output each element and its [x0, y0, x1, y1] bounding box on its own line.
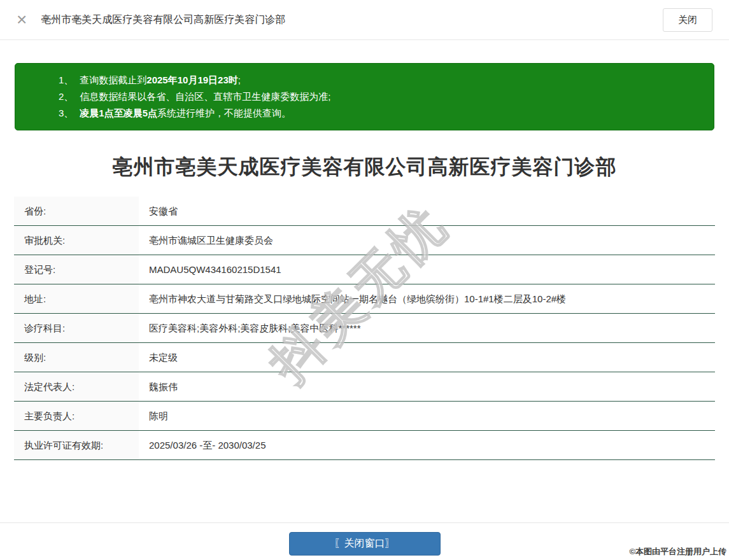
close-x-icon[interactable]: ×	[17, 11, 27, 29]
row-label: 地址:	[14, 284, 139, 314]
table-row: 主要负责人:陈明	[14, 402, 715, 431]
table-row: 级别:未定级	[14, 343, 715, 372]
row-value: 2025/03/26 -至- 2030/03/25	[139, 431, 715, 460]
row-label: 法定代表人:	[14, 372, 139, 402]
info-table-wrap: 省份:安徽省审批机关:亳州市谯城区卫生健康委员会登记号:MADAU5QW4341…	[14, 197, 715, 460]
row-value: 魏振伟	[139, 372, 715, 402]
table-row: 审批机关:亳州市谯城区卫生健康委员会	[14, 226, 715, 255]
notice-line: 2、信息数据结果以各省、自治区、直辖市卫生健康委数据为准;	[59, 88, 701, 105]
footer-bar: 〖关闭窗口〗	[0, 522, 729, 560]
row-value: 陈明	[139, 402, 715, 431]
notice-line: 3、凌晨1点至凌晨5点系统进行维护，不能提供查询。	[59, 105, 701, 122]
row-value: 亳州市谯城区卫生健康委员会	[139, 226, 715, 255]
row-label: 诊疗科目:	[14, 314, 139, 343]
page-title: 亳州市亳美天成医疗美容有限公司高新医疗美容门诊部	[0, 153, 729, 181]
notice-line: 1、查询数据截止到2025年10月19日23时;	[59, 72, 701, 88]
info-table-body: 省份:安徽省审批机关:亳州市谯城区卫生健康委员会登记号:MADAU5QW4341…	[14, 197, 715, 460]
row-label: 审批机关:	[14, 226, 139, 255]
row-value: 未定级	[139, 343, 715, 372]
table-row: 地址:亳州市神农大道与甘菊路交叉口绿地城际空间站一期名樾台（绿地缤纷街）10-1…	[14, 284, 715, 314]
row-value: 安徽省	[139, 197, 715, 226]
row-value: MADAU5QW434160215D1541	[139, 255, 715, 284]
window-title: 亳州市亳美天成医疗美容有限公司高新医疗美容门诊部	[41, 13, 663, 27]
row-label: 执业许可证有效期:	[14, 431, 139, 460]
table-row: 省份:安徽省	[14, 197, 715, 226]
copyright-note: ©本图由平台注册用户上传	[629, 546, 726, 557]
table-row: 登记号:MADAU5QW434160215D1541	[14, 255, 715, 284]
row-value: 医疗美容科;美容外科;美容皮肤科;美容中医科******	[139, 314, 715, 343]
top-bar: × 亳州市亳美天成医疗美容有限公司高新医疗美容门诊部 关闭	[0, 0, 729, 40]
close-window-button[interactable]: 〖关闭窗口〗	[289, 532, 441, 556]
notice-list: 1、查询数据截止到2025年10月19日23时;2、信息数据结果以各省、自治区、…	[59, 72, 701, 122]
header-close-button[interactable]: 关闭	[663, 8, 712, 32]
row-label: 登记号:	[14, 255, 139, 284]
row-value: 亳州市神农大道与甘菊路交叉口绿地城际空间站一期名樾台（绿地缤纷街）10-1#1楼…	[139, 284, 715, 314]
table-row: 法定代表人:魏振伟	[14, 372, 715, 402]
table-row: 执业许可证有效期:2025/03/26 -至- 2030/03/25	[14, 431, 715, 460]
notice-box: 1、查询数据截止到2025年10月19日23时;2、信息数据结果以各省、自治区、…	[15, 63, 714, 130]
row-label: 省份:	[14, 197, 139, 226]
row-label: 主要负责人:	[14, 402, 139, 431]
info-table: 省份:安徽省审批机关:亳州市谯城区卫生健康委员会登记号:MADAU5QW4341…	[14, 197, 715, 460]
row-label: 级别:	[14, 343, 139, 372]
table-row: 诊疗科目:医疗美容科;美容外科;美容皮肤科;美容中医科******	[14, 314, 715, 343]
